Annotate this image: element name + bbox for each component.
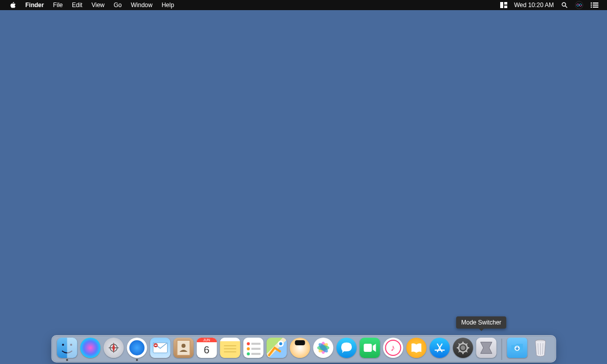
- calendar-icon: JUN 6: [196, 338, 217, 358]
- dock-mode-switcher[interactable]: [476, 338, 496, 361]
- menu-window[interactable]: Window: [127, 2, 157, 9]
- menubar-clock[interactable]: Wed 10:20 AM: [511, 2, 558, 9]
- finder-icon: [57, 338, 77, 358]
- apple-menu[interactable]: [5, 2, 21, 9]
- svg-rect-0: [500, 2, 503, 8]
- svg-rect-2: [504, 6, 507, 8]
- dock-photobooth[interactable]: [290, 338, 310, 361]
- svg-point-3: [562, 3, 565, 6]
- launchpad-icon: [103, 338, 124, 358]
- calendar-month: JUN: [196, 338, 217, 342]
- svg-rect-1: [504, 2, 507, 5]
- dock-reminders[interactable]: [243, 338, 263, 361]
- svg-rect-11: [593, 7, 598, 8]
- menu-go[interactable]: Go: [109, 2, 127, 9]
- notification-center-icon[interactable]: [587, 2, 602, 8]
- svg-point-26: [247, 342, 250, 345]
- svg-point-10: [591, 7, 592, 8]
- menubar: Finder File Edit View Go Window Help Wed…: [0, 0, 607, 10]
- svg-point-6: [591, 3, 592, 4]
- safari-icon: [127, 338, 147, 358]
- dock-messages[interactable]: [336, 338, 356, 361]
- siri-status-icon[interactable]: [572, 1, 587, 9]
- svg-marker-15: [133, 344, 140, 351]
- svg-point-22: [181, 344, 185, 348]
- notes-icon: [220, 338, 240, 358]
- reminders-icon: [243, 338, 263, 358]
- svg-point-8: [591, 5, 592, 6]
- dock-appstore[interactable]: [429, 338, 450, 361]
- photos-icon: [313, 338, 333, 358]
- contacts-icon: [173, 338, 193, 358]
- dock-indicator: [136, 359, 138, 361]
- svg-marker-16: [133, 344, 140, 351]
- svg-rect-9: [593, 5, 598, 6]
- dock-safari[interactable]: [127, 338, 147, 361]
- dock-contacts[interactable]: [173, 338, 193, 361]
- dock-divider: [501, 339, 502, 360]
- ibooks-icon: [406, 338, 426, 358]
- trash-icon: [530, 338, 550, 358]
- dock-photos[interactable]: [313, 338, 333, 361]
- dock-system-preferences[interactable]: [453, 338, 473, 361]
- svg-point-28: [247, 347, 250, 350]
- svg-line-4: [565, 6, 568, 8]
- svg-point-33: [279, 342, 282, 345]
- calendar-day: 6: [196, 342, 217, 358]
- dock-indicator: [66, 359, 68, 361]
- menu-edit[interactable]: Edit: [67, 2, 87, 9]
- system-preferences-icon: [453, 338, 473, 358]
- menubar-right: Wed 10:20 AM: [497, 1, 602, 9]
- downloads-icon: [507, 338, 527, 358]
- dock-maps[interactable]: [266, 338, 287, 361]
- dock-wrap: JUN 6: [51, 335, 556, 362]
- svg-rect-19: [154, 345, 156, 346]
- svg-point-43: [460, 345, 465, 350]
- menu-help[interactable]: Help: [157, 2, 179, 9]
- dock-notes[interactable]: [220, 338, 240, 361]
- dock-trash[interactable]: [530, 338, 550, 361]
- menu-file[interactable]: File: [49, 2, 67, 9]
- menu-view[interactable]: View: [87, 2, 109, 9]
- status-menutile-icon[interactable]: [497, 2, 511, 8]
- svg-rect-29: [251, 348, 260, 350]
- svg-point-13: [70, 344, 72, 346]
- dock-calendar[interactable]: JUN 6: [196, 338, 217, 361]
- itunes-icon: ♪: [383, 338, 403, 358]
- dock-siri[interactable]: [80, 338, 100, 361]
- dock-tooltip: Mode Switcher: [456, 316, 506, 329]
- svg-rect-31: [251, 353, 260, 355]
- appstore-icon: [429, 338, 450, 358]
- dock-downloads[interactable]: [507, 338, 527, 361]
- dock-tooltip-label: Mode Switcher: [461, 319, 501, 326]
- facetime-icon: [359, 338, 380, 358]
- svg-marker-39: [373, 344, 376, 352]
- dock-ibooks[interactable]: [406, 338, 426, 361]
- svg-rect-7: [593, 3, 598, 4]
- dock-facetime[interactable]: [359, 338, 380, 361]
- mode-switcher-icon: [476, 338, 496, 358]
- messages-icon: [336, 338, 356, 358]
- dock: JUN 6: [51, 335, 556, 362]
- menu-app-name[interactable]: Finder: [21, 2, 49, 9]
- mail-icon: [150, 338, 170, 358]
- maps-icon: [266, 338, 287, 358]
- menubar-left: Finder File Edit View Go Window Help: [5, 2, 179, 9]
- dock-finder[interactable]: [57, 338, 77, 361]
- desktop[interactable]: [0, 10, 607, 364]
- svg-point-30: [247, 352, 250, 355]
- siri-icon: [80, 338, 100, 358]
- photobooth-icon: [290, 338, 310, 358]
- spotlight-icon[interactable]: [557, 2, 572, 9]
- dock-itunes[interactable]: ♪: [383, 338, 403, 361]
- svg-point-12: [62, 344, 64, 346]
- svg-marker-45: [480, 342, 492, 354]
- svg-rect-27: [251, 343, 260, 345]
- dock-launchpad[interactable]: [103, 338, 124, 361]
- dock-mail[interactable]: [150, 338, 170, 361]
- apple-logo-icon: [10, 2, 16, 9]
- svg-rect-38: [363, 344, 372, 352]
